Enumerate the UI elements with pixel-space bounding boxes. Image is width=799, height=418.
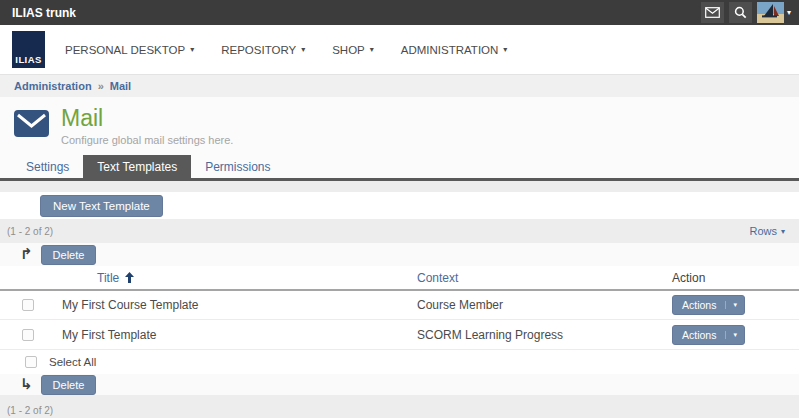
nav-item-repository[interactable]: REPOSITORY ▾ (221, 44, 305, 56)
caret-down-icon: ▾ (725, 331, 737, 339)
mail-icon[interactable] (701, 2, 724, 23)
mail-object-icon (14, 110, 49, 137)
delete-button-bottom[interactable]: Delete (41, 375, 97, 395)
main-navigation: ILIAS PERSONAL DESKTOP ▾ REPOSITORY ▾ SH… (0, 25, 799, 75)
tab-settings[interactable]: Settings (12, 155, 83, 178)
user-menu-button[interactable]: ▾ (757, 2, 791, 23)
select-all-row: Select All (0, 350, 799, 374)
template-context: Course Member (395, 298, 650, 312)
nav-item-personal-desktop[interactable]: PERSONAL DESKTOP ▾ (65, 44, 194, 56)
column-header-title[interactable]: Title (40, 271, 395, 285)
actions-panel: New Text Template (0, 192, 799, 219)
caret-down-icon: ▾ (781, 227, 785, 236)
caret-down-icon: ▾ (787, 8, 791, 17)
nav-menu: PERSONAL DESKTOP ▾ REPOSITORY ▾ SHOP ▾ A… (65, 44, 534, 56)
pagination-band-top: (1 - 2 of 2) Rows ▾ (0, 219, 799, 243)
breadcrumb-mail[interactable]: Mail (110, 80, 131, 92)
table-row: My First Course Template Course Member A… (0, 291, 799, 320)
caret-down-icon: ▾ (370, 45, 374, 54)
apply-selection-bottom-icon: ↳ (20, 377, 33, 392)
column-header-action: Action (650, 271, 799, 285)
new-text-template-button[interactable]: New Text Template (40, 195, 163, 217)
breadcrumb-administration[interactable]: Administration (14, 80, 92, 92)
avatar (757, 2, 784, 23)
row-checkbox[interactable] (22, 299, 34, 311)
rows-dropdown[interactable]: Rows ▾ (749, 225, 785, 237)
ilias-logo[interactable]: ILIAS (12, 31, 45, 68)
page-header: Mail Configure global mail settings here… (0, 97, 799, 155)
spacer (0, 181, 799, 192)
tab-permissions[interactable]: Permissions (191, 155, 284, 178)
select-all-checkbox[interactable] (25, 356, 37, 368)
page-title: Mail (61, 106, 233, 131)
sort-ascending-icon (125, 272, 134, 283)
select-all-label: Select All (49, 356, 96, 368)
table-row: My First Template SCORM Learning Progres… (0, 320, 799, 350)
page-description: Configure global mail settings here. (61, 134, 233, 146)
template-context: SCORM Learning Progress (395, 328, 650, 342)
table-header: Title Context Action (0, 266, 799, 291)
pagination-info: (1 - 2 of 2) (7, 226, 53, 237)
topbar: ILIAS trunk ▾ (0, 0, 799, 25)
table-toolbar-bottom: ↳ Delete (0, 374, 799, 395)
pagination-band-bottom: (1 - 2 of 2) (0, 395, 799, 418)
delete-button-top[interactable]: Delete (41, 245, 97, 265)
table-toolbar-top: ↱ Delete (0, 243, 799, 266)
pagination-info: (1 - 2 of 2) (7, 405, 53, 416)
row-actions-button[interactable]: Actions ▾ (672, 295, 745, 315)
caret-down-icon: ▾ (503, 45, 507, 54)
caret-down-icon: ▾ (725, 301, 737, 309)
template-title: My First Template (40, 328, 395, 342)
row-checkbox[interactable] (22, 329, 34, 341)
column-header-context[interactable]: Context (395, 271, 650, 285)
tab-bar: Settings Text Templates Permissions (0, 155, 799, 181)
row-actions-button[interactable]: Actions ▾ (672, 325, 745, 345)
nav-item-shop[interactable]: SHOP ▾ (332, 44, 374, 56)
caret-down-icon: ▾ (190, 45, 194, 54)
breadcrumb: Administration » Mail (0, 75, 799, 97)
app-title: ILIAS trunk (12, 6, 696, 20)
search-icon[interactable] (729, 2, 752, 23)
caret-down-icon: ▾ (301, 45, 305, 54)
apply-selection-top-icon: ↱ (20, 247, 33, 262)
breadcrumb-separator: » (98, 80, 104, 92)
template-title: My First Course Template (40, 298, 395, 312)
tab-text-templates[interactable]: Text Templates (83, 155, 191, 178)
nav-item-administration[interactable]: ADMINISTRATION ▾ (401, 44, 508, 56)
